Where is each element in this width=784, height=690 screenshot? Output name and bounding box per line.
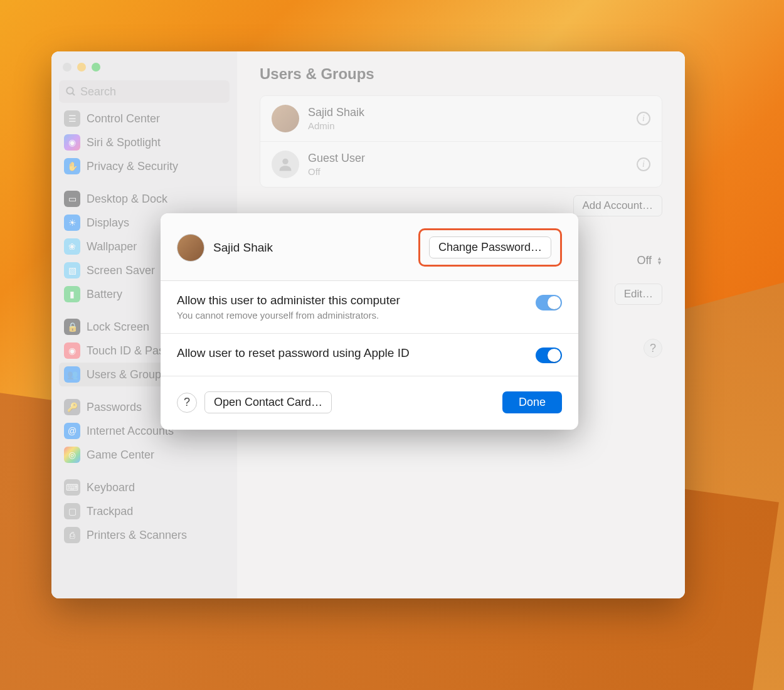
printers-icon: ⎙ (64, 527, 80, 543)
reset-password-toggle[interactable] (536, 348, 562, 363)
modal-avatar (177, 234, 204, 262)
sidebar-item-label: Lock Screen (87, 321, 149, 334)
user-row[interactable]: Sajid Shaik Admin i (260, 96, 662, 142)
edit-button[interactable]: Edit… (615, 284, 662, 305)
sidebar-item-label: Displays (87, 216, 129, 230)
change-password-button[interactable]: Change Password… (429, 236, 551, 258)
lock-icon: 🔒 (64, 319, 80, 335)
open-contact-card-button[interactable]: Open Contact Card… (204, 391, 332, 413)
sidebar-item-siri[interactable]: ◉Siri & Spotlight (59, 130, 230, 154)
sidebar-item-label: Passwords (87, 401, 142, 414)
user-role: Admin (308, 120, 637, 131)
passwords-icon: 🔑 (64, 399, 80, 415)
control-icon: ☰ (64, 110, 80, 127)
sidebar-item-label: Wallpaper (87, 240, 137, 253)
desktop-icon: ▭ (64, 191, 80, 207)
info-icon[interactable]: i (637, 157, 650, 171)
add-account-button[interactable]: Add Account… (573, 195, 662, 216)
sidebar-item-label: Screen Saver (87, 264, 155, 277)
user-role: Off (308, 166, 637, 177)
wallpaper-icon: ❀ (64, 238, 80, 255)
keyboard-icon: ⌨ (64, 479, 80, 496)
user-row[interactable]: Guest User Off i (260, 142, 662, 187)
sidebar-item-printers[interactable]: ⎙Printers & Scanners (59, 523, 230, 547)
modal-help-button[interactable]: ? (177, 393, 197, 413)
sidebar-item-trackpad[interactable]: ▢Trackpad (59, 499, 230, 523)
sidebar-item-control[interactable]: ☰Control Center (59, 107, 230, 130)
admin-toggle[interactable] (536, 295, 562, 310)
page-title: Users & Groups (260, 65, 662, 83)
search-icon (65, 86, 77, 97)
reset-password-toggle-label: Allow user to reset password using Apple… (177, 346, 536, 360)
sidebar-item-gamecenter[interactable]: ◎Game Center (59, 443, 230, 467)
gamecenter-icon: ◎ (64, 447, 80, 463)
svg-line-1 (72, 93, 75, 95)
sidebar-item-label: Privacy & Security (87, 160, 178, 173)
done-button[interactable]: Done (502, 391, 562, 413)
sidebar-item-desktop[interactable]: ▭Desktop & Dock (59, 187, 230, 211)
siri-icon: ◉ (64, 134, 80, 151)
window-controls (63, 63, 230, 72)
close-window-button[interactable] (63, 63, 72, 72)
user-name: Guest User (308, 152, 637, 165)
sidebar-item-label: Printers & Scanners (87, 529, 187, 542)
help-button[interactable]: ? (644, 339, 662, 358)
users-icon: 👥 (64, 366, 80, 383)
sidebar-item-label: Trackpad (87, 505, 133, 518)
svg-point-2 (282, 159, 288, 164)
sidebar-item-keyboard[interactable]: ⌨Keyboard (59, 475, 230, 499)
sidebar-item-label: Game Center (87, 449, 154, 462)
user-detail-modal: Sajid Shaik Change Password… Allow this … (161, 213, 578, 430)
sidebar-item-label: Battery (87, 288, 122, 301)
trackpad-icon: ▢ (64, 503, 80, 519)
displays-icon: ☀ (64, 215, 80, 231)
screensaver-icon: ▧ (64, 262, 80, 279)
touchid-icon: ◉ (64, 342, 80, 359)
sidebar-item-label: Desktop & Dock (87, 193, 167, 206)
search-input[interactable] (59, 80, 230, 103)
sidebar-item-label: Internet Accounts (87, 425, 174, 438)
sidebar-item-label: Users & Groups (87, 368, 167, 381)
admin-toggle-subtext: You cannot remove yourself from administ… (177, 310, 536, 321)
info-icon[interactable]: i (637, 112, 650, 125)
zoom-window-button[interactable] (92, 63, 100, 72)
admin-toggle-label: Allow this user to administer this compu… (177, 294, 536, 307)
avatar (272, 105, 299, 132)
modal-user-name: Sajid Shaik (213, 241, 418, 255)
sidebar-item-label: Keyboard (87, 481, 135, 494)
internet-icon: @ (64, 423, 80, 439)
minimize-window-button[interactable] (77, 63, 86, 72)
battery-icon: ▮ (64, 286, 80, 302)
updown-icon[interactable]: ▲▼ (657, 257, 662, 265)
sidebar-item-privacy[interactable]: ✋Privacy & Security (59, 154, 230, 178)
user-name: Sajid Shaik (308, 106, 637, 119)
annotation-highlight: Change Password… (418, 228, 562, 267)
sidebar-item-label: Siri & Spotlight (87, 136, 161, 149)
avatar (272, 151, 299, 178)
svg-point-0 (66, 87, 73, 94)
auto-login-value[interactable]: Off (637, 254, 652, 267)
users-card: Sajid Shaik Admin i Guest User Off i (260, 95, 662, 188)
sidebar-item-label: Control Center (87, 112, 160, 125)
privacy-icon: ✋ (64, 158, 80, 174)
